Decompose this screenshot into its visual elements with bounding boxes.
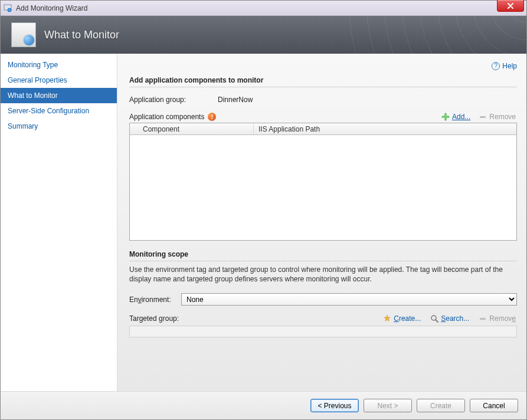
create-wizard-button[interactable]: Create	[417, 399, 465, 412]
environment-label: Environment:	[129, 296, 176, 304]
close-button[interactable]	[497, 0, 524, 12]
sidebar-item-label: Server-Side Configuration	[8, 107, 89, 115]
add-label: Add...	[452, 113, 470, 121]
components-label: Application components	[129, 113, 204, 121]
banner-icon	[11, 22, 36, 47]
col-component[interactable]: Component	[130, 124, 254, 134]
cancel-button[interactable]: Cancel	[470, 399, 518, 412]
create-label: Create...	[394, 314, 421, 323]
minus-icon	[479, 314, 487, 323]
app-icon	[3, 4, 12, 13]
targeted-group-field	[129, 326, 517, 337]
sidebar-item-label: Summary	[8, 122, 38, 130]
sidebar-item-server-side-configuration[interactable]: Server-Side Configuration	[1, 103, 117, 119]
components-table[interactable]: Component IIS Application Path	[129, 123, 517, 241]
warning-icon: !	[208, 113, 216, 121]
close-icon	[507, 3, 514, 9]
banner-heading: What to Monitor	[44, 29, 119, 41]
table-header: Component IIS Application Path	[130, 123, 516, 135]
plus-icon	[441, 113, 450, 121]
star-icon	[383, 314, 391, 323]
environment-select[interactable]: None	[181, 293, 517, 306]
previous-button[interactable]: < Previous	[310, 399, 359, 412]
banner: What to Monitor	[1, 16, 526, 54]
svg-point-1	[8, 8, 11, 12]
body: Monitoring Type General Properties What …	[1, 54, 526, 391]
wizard-window: Add Monitoring Wizard What to Monitor Mo…	[0, 0, 527, 420]
search-label: Search...	[441, 314, 469, 323]
create-button[interactable]: Create...	[382, 314, 422, 323]
sidebar-item-label: What to Monitor	[8, 91, 58, 100]
sidebar-item-monitoring-type[interactable]: Monitoring Type	[1, 57, 117, 73]
help-label: Help	[502, 62, 517, 70]
sidebar-item-label: General Properties	[8, 76, 67, 84]
help-link[interactable]: ? Help	[492, 62, 517, 70]
help-icon: ?	[492, 62, 500, 70]
svg-rect-5	[480, 318, 486, 320]
orb-icon	[24, 35, 34, 45]
section-heading: Add application components to monitor	[129, 76, 517, 87]
window-title: Add Monitoring Wizard	[16, 4, 87, 12]
sidebar-item-what-to-monitor[interactable]: What to Monitor	[1, 88, 117, 103]
svg-rect-2	[480, 116, 486, 118]
scope-heading: Monitoring scope	[129, 250, 517, 261]
search-button[interactable]: Search...	[429, 314, 470, 323]
remove-group-label: Remove	[489, 314, 516, 323]
col-iis-path[interactable]: IIS Application Path	[254, 124, 516, 134]
targeted-group-label: Targeted group:	[129, 314, 188, 323]
sidebar-item-summary[interactable]: Summary	[1, 119, 117, 134]
scope-description: Use the environment tag and targeted gro…	[129, 265, 517, 284]
search-icon	[430, 314, 438, 323]
app-group-label: Application group:	[129, 96, 218, 104]
add-button[interactable]: Add...	[440, 112, 472, 122]
remove-button: Remove	[477, 112, 517, 122]
main-panel: ? Help Add application components to mon…	[117, 54, 526, 391]
sidebar-item-general-properties[interactable]: General Properties	[1, 73, 117, 88]
footer: < Previous Next > Create Cancel	[1, 391, 526, 419]
next-button[interactable]: Next >	[364, 399, 412, 412]
titlebar: Add Monitoring Wizard	[1, 1, 526, 16]
remove-label: Remove	[489, 113, 516, 121]
remove-group-button: Remove	[477, 314, 517, 323]
app-group-value: DinnerNow	[218, 96, 253, 104]
sidebar: Monitoring Type General Properties What …	[1, 54, 117, 391]
svg-line-4	[436, 320, 438, 322]
minus-icon	[479, 113, 487, 121]
sidebar-item-label: Monitoring Type	[8, 61, 58, 69]
